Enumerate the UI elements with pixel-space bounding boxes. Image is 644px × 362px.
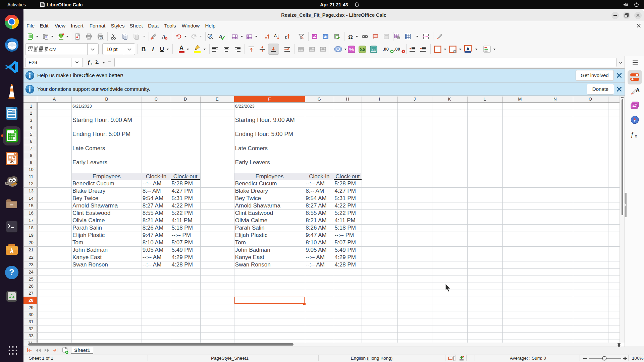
svg-text:15: 15 [372, 48, 376, 52]
svg-text:CN: CN [49, 47, 56, 52]
svg-text:%: % [349, 47, 354, 52]
svg-text:f: f [631, 131, 634, 138]
svg-text:A: A [162, 34, 166, 40]
svg-text:?: ? [9, 267, 14, 277]
svg-text:Ω: Ω [348, 34, 353, 40]
svg-text:x: x [635, 134, 637, 138]
svg-text:z: z [285, 35, 287, 40]
svg-text:A: A [76, 36, 78, 39]
svg-text:0.0: 0.0 [360, 48, 365, 52]
svg-text:A: A [274, 34, 277, 38]
